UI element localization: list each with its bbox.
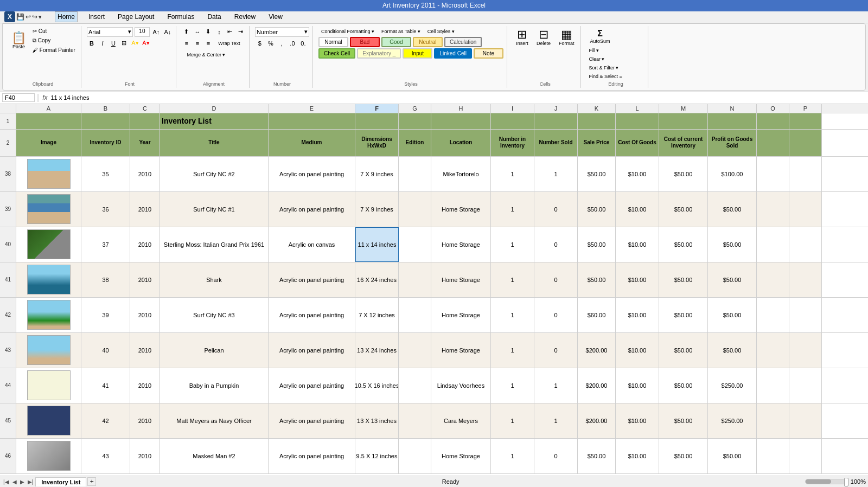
cell-edition-41[interactable] xyxy=(399,262,431,297)
sheet-tab-navigation[interactable]: |◀ ◀ ▶ ▶| xyxy=(2,479,34,485)
cell-id-40[interactable]: 37 xyxy=(81,227,130,262)
cell-profit-38[interactable]: $100.00 xyxy=(708,157,757,191)
col-header-e[interactable]: E xyxy=(269,104,355,113)
style-bad[interactable]: Bad xyxy=(350,37,380,47)
align-left-button[interactable]: ≡ xyxy=(182,39,192,48)
cell-sale-price-46[interactable]: $50.00 xyxy=(578,439,616,473)
style-neutral[interactable]: Neutral xyxy=(413,37,443,47)
style-check-cell[interactable]: Check Cell xyxy=(318,48,355,59)
cell-year-42[interactable]: 2010 xyxy=(130,298,160,332)
cell-img-42[interactable] xyxy=(16,298,81,332)
format-as-table-button[interactable]: Format as Table ▾ xyxy=(379,27,423,36)
cell-styles-button[interactable]: Cell Styles ▾ xyxy=(425,27,457,36)
cell-cost-current-41[interactable]: $50.00 xyxy=(659,262,708,297)
cell-profit-41[interactable]: $50.00 xyxy=(708,262,757,297)
cell-dims-46[interactable]: 9.5 X 12 inches xyxy=(355,439,399,473)
autosum-button[interactable]: Σ AutoSum xyxy=(586,27,613,46)
sort-filter-button[interactable]: Sort & Filter ▾ xyxy=(586,64,624,72)
cell-location-38[interactable]: MikeTortorelo xyxy=(431,157,491,191)
office-button[interactable]: X xyxy=(4,11,15,22)
cell-sale-price-45[interactable]: $200.00 xyxy=(578,403,616,438)
cell-cost-current-38[interactable]: $50.00 xyxy=(659,157,708,191)
comma-button[interactable]: , xyxy=(277,39,286,48)
cell-num-sold-39[interactable]: 0 xyxy=(534,192,578,227)
sheet-tab-inventory-list[interactable]: Inventory List xyxy=(35,477,86,486)
col-header-k[interactable]: K xyxy=(578,104,616,113)
accounting-button[interactable]: $ xyxy=(255,39,265,48)
cell-year-40[interactable]: 2010 xyxy=(130,227,160,262)
cell-num-inventory-41[interactable]: 1 xyxy=(491,262,534,297)
cell-edition-38[interactable] xyxy=(399,157,431,191)
cell-cost-goods-42[interactable]: $10.00 xyxy=(616,298,659,332)
cell-location-40[interactable]: Home Storage xyxy=(431,227,491,262)
cell-num-sold-43[interactable]: 0 xyxy=(534,333,578,368)
cell-num-sold-38[interactable]: 1 xyxy=(534,157,578,191)
col-header-o[interactable]: O xyxy=(757,104,789,113)
cell-dims-42[interactable]: 7 X 12 inches xyxy=(355,298,399,332)
cell-id-43[interactable]: 40 xyxy=(81,333,130,368)
indent-increase-button[interactable]: ⇥ xyxy=(236,27,246,37)
format-button[interactable]: ▦ Format xyxy=(556,27,578,48)
cell-id-39[interactable]: 36 xyxy=(81,192,130,227)
cell-cost-goods-41[interactable]: $10.00 xyxy=(616,262,659,297)
cell-profit-44[interactable]: $250.00 xyxy=(708,368,757,403)
menu-item-insert[interactable]: Insert xyxy=(86,12,107,22)
cell-num-sold-40[interactable]: 0 xyxy=(534,227,578,262)
cell-dims-41[interactable]: 16 X 24 inches xyxy=(355,262,399,297)
col-header-m[interactable]: M xyxy=(659,104,708,113)
cell-medium-40[interactable]: Acrylic on canvas xyxy=(269,227,355,262)
menu-item-home[interactable]: Home xyxy=(55,11,78,22)
style-calculation[interactable]: Calculation xyxy=(444,37,482,47)
bold-button[interactable]: B xyxy=(87,39,97,48)
font-size-selector[interactable]: 10 xyxy=(135,27,150,37)
tab-nav-first[interactable]: |◀ xyxy=(2,479,10,485)
cell-profit-39[interactable]: $50.00 xyxy=(708,192,757,227)
cell-dims-45[interactable]: 13 X 13 inches xyxy=(355,403,399,438)
cell-medium-41[interactable]: Acrylic on panel painting xyxy=(269,262,355,297)
cell-img-44[interactable] xyxy=(16,368,81,403)
cell-cost-current-43[interactable]: $50.00 xyxy=(659,333,708,368)
cell-cost-goods-38[interactable]: $10.00 xyxy=(616,157,659,191)
cell-num-inventory-40[interactable]: 1 xyxy=(491,227,534,262)
cell-dims-40[interactable]: 11 x 14 inches xyxy=(355,227,399,262)
cell-profit-46[interactable]: $50.00 xyxy=(708,439,757,473)
cell-dims-39[interactable]: 7 X 9 inches xyxy=(355,192,399,227)
cell-location-42[interactable]: Home Storage xyxy=(431,298,491,332)
formula-input[interactable] xyxy=(51,94,866,101)
cell-sale-price-42[interactable]: $60.00 xyxy=(578,298,616,332)
cell-location-43[interactable]: Home Storage xyxy=(431,333,491,368)
cell-sale-price-43[interactable]: $200.00 xyxy=(578,333,616,368)
tab-nav-last[interactable]: ▶| xyxy=(27,479,35,485)
cell-edition-45[interactable] xyxy=(399,403,431,438)
cell-profit-43[interactable]: $50.00 xyxy=(708,333,757,368)
cell-num-inventory-38[interactable]: 1 xyxy=(491,157,534,191)
cell-num-inventory-44[interactable]: 1 xyxy=(491,368,534,403)
cell-year-46[interactable]: 2010 xyxy=(130,439,160,473)
cell-num-inventory-45[interactable]: 1 xyxy=(491,403,534,438)
cell-location-41[interactable]: Home Storage xyxy=(431,262,491,297)
cell-edition-44[interactable] xyxy=(399,368,431,403)
cell-id-38[interactable]: 35 xyxy=(81,157,130,191)
border-button[interactable]: ⊞ xyxy=(119,39,129,48)
cell-id-45[interactable]: 42 xyxy=(81,403,130,438)
decrease-font-button[interactable]: A↓ xyxy=(163,27,173,37)
quick-access-save[interactable]: 💾 xyxy=(16,13,24,21)
cell-year-38[interactable]: 2010 xyxy=(130,157,160,191)
style-note[interactable]: Note xyxy=(474,48,503,59)
cut-button[interactable]: ✂ Cut xyxy=(30,27,78,35)
increase-decimal-button[interactable]: .0 xyxy=(288,39,297,48)
increase-font-button[interactable]: A↑ xyxy=(151,27,161,37)
zoom-slider[interactable] xyxy=(805,479,848,484)
col-header-d[interactable]: D xyxy=(160,104,269,113)
cell-year-45[interactable]: 2010 xyxy=(130,403,160,438)
cell-cost-current-45[interactable]: $50.00 xyxy=(659,403,708,438)
quick-access-redo[interactable]: ↪ xyxy=(32,13,37,21)
fill-color-button[interactable]: A▾ xyxy=(130,39,140,48)
cell-num-sold-46[interactable]: 0 xyxy=(534,439,578,473)
quick-access-dropdown[interactable]: ▾ xyxy=(39,14,42,21)
cell-cost-current-42[interactable]: $50.00 xyxy=(659,298,708,332)
cell-img-41[interactable] xyxy=(16,262,81,297)
grid-body[interactable]: 1 Inventory List xyxy=(0,113,868,476)
cell-year-41[interactable]: 2010 xyxy=(130,262,160,297)
wrap-text-button[interactable]: Wrap Text xyxy=(214,39,244,48)
